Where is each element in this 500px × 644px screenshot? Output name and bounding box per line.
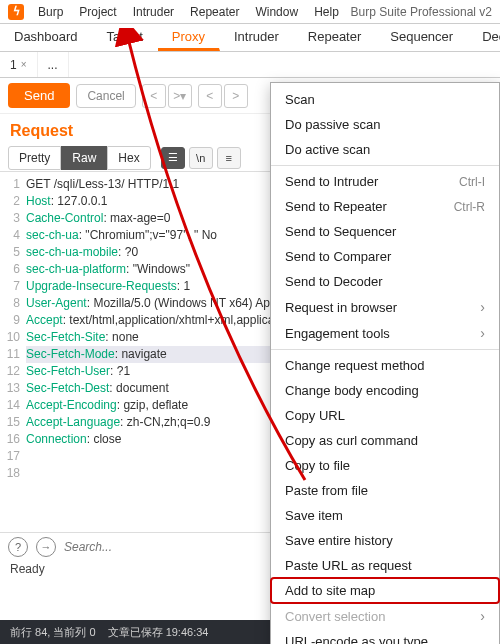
menu-item-change-request-method[interactable]: Change request method: [271, 353, 499, 378]
view-hex-tab[interactable]: Hex: [107, 146, 150, 170]
menu-item-convert-selection: Convert selection: [271, 603, 499, 629]
menu-item-send-to-sequencer[interactable]: Send to Sequencer: [271, 219, 499, 244]
render-toggle[interactable]: ☰: [161, 147, 185, 169]
menu-item-request-in-browser[interactable]: Request in browser: [271, 294, 499, 320]
menubar: ϟ BurpProjectIntruderRepeaterWindowHelp …: [0, 0, 500, 24]
menu-project[interactable]: Project: [71, 3, 124, 21]
menu-intruder[interactable]: Intruder: [125, 3, 182, 21]
tab-sequencer[interactable]: Sequencer: [376, 24, 468, 51]
taskbar-caret-pos: 前行 84, 当前列 0: [6, 625, 100, 640]
main-tabs: DashboardTargetProxyIntruderRepeaterSequ…: [0, 24, 500, 52]
menu-item-scan[interactable]: Scan: [271, 87, 499, 112]
tab-intruder[interactable]: Intruder: [220, 24, 294, 51]
menu-item-copy-url[interactable]: Copy URL: [271, 403, 499, 428]
menu-item-change-body-encoding[interactable]: Change body encoding: [271, 378, 499, 403]
menu-item-send-to-intruder[interactable]: Send to IntruderCtrl-I: [271, 169, 499, 194]
sub-tabs: 1×...: [0, 52, 500, 78]
context-menu: ScanDo passive scanDo active scanSend to…: [270, 82, 500, 644]
menu-item-save-entire-history[interactable]: Save entire history: [271, 528, 499, 553]
target-next-button[interactable]: >: [224, 84, 248, 108]
nav-prev-button[interactable]: <: [142, 84, 166, 108]
menu-item-engagement-tools[interactable]: Engagement tools: [271, 320, 499, 346]
tab-proxy[interactable]: Proxy: [158, 24, 220, 51]
menu-burp[interactable]: Burp: [30, 3, 71, 21]
next-match-icon[interactable]: →: [36, 537, 56, 557]
menu-item-paste-from-file[interactable]: Paste from file: [271, 478, 499, 503]
subtab[interactable]: 1×: [0, 52, 38, 77]
menu-item-send-to-repeater[interactable]: Send to RepeaterCtrl-R: [271, 194, 499, 219]
send-button[interactable]: Send: [8, 83, 70, 108]
nav-next-dropdown[interactable]: >▾: [168, 84, 192, 108]
history-nav: < >▾: [142, 84, 192, 108]
view-pretty-tab[interactable]: Pretty: [8, 146, 61, 170]
menu-item-do-active-scan[interactable]: Do active scan: [271, 137, 499, 162]
wrap-toggle[interactable]: ≡: [217, 147, 241, 169]
newline-toggle[interactable]: \n: [189, 147, 213, 169]
subtab[interactable]: ...: [38, 52, 69, 77]
menu-item-send-to-decoder[interactable]: Send to Decoder: [271, 269, 499, 294]
view-raw-tab[interactable]: Raw: [61, 146, 107, 170]
taskbar-save-status: 文章已保存 19:46:34: [104, 625, 213, 640]
help-icon[interactable]: ?: [8, 537, 28, 557]
tab-repeater[interactable]: Repeater: [294, 24, 376, 51]
target-prev-button[interactable]: <: [198, 84, 222, 108]
menu-item-copy-as-curl-command[interactable]: Copy as curl command: [271, 428, 499, 453]
menu-item-url-encode-as-you-type[interactable]: URL-encode as you type: [271, 629, 499, 644]
cancel-button[interactable]: Cancel: [76, 84, 135, 108]
close-icon[interactable]: ×: [21, 59, 27, 70]
menu-window[interactable]: Window: [247, 3, 306, 21]
menu-item-copy-to-file[interactable]: Copy to file: [271, 453, 499, 478]
chevron-right-icon: >: [173, 89, 180, 103]
menu-item-do-passive-scan[interactable]: Do passive scan: [271, 112, 499, 137]
menu-item-paste-url-as-request[interactable]: Paste URL as request: [271, 553, 499, 578]
window-title: Burp Suite Professional v2: [351, 5, 496, 19]
target-nav: < >: [198, 84, 248, 108]
menu-item-send-to-comparer[interactable]: Send to Comparer: [271, 244, 499, 269]
menu-repeater[interactable]: Repeater: [182, 3, 247, 21]
burp-logo: ϟ: [8, 4, 24, 20]
tab-target[interactable]: Target: [93, 24, 158, 51]
menu-help[interactable]: Help: [306, 3, 347, 21]
menu-item-add-to-site-map[interactable]: Add to site map: [271, 578, 499, 603]
tab-dashboard[interactable]: Dashboard: [0, 24, 93, 51]
tab-decoder[interactable]: Decoder: [468, 24, 500, 51]
menu-item-save-item[interactable]: Save item: [271, 503, 499, 528]
